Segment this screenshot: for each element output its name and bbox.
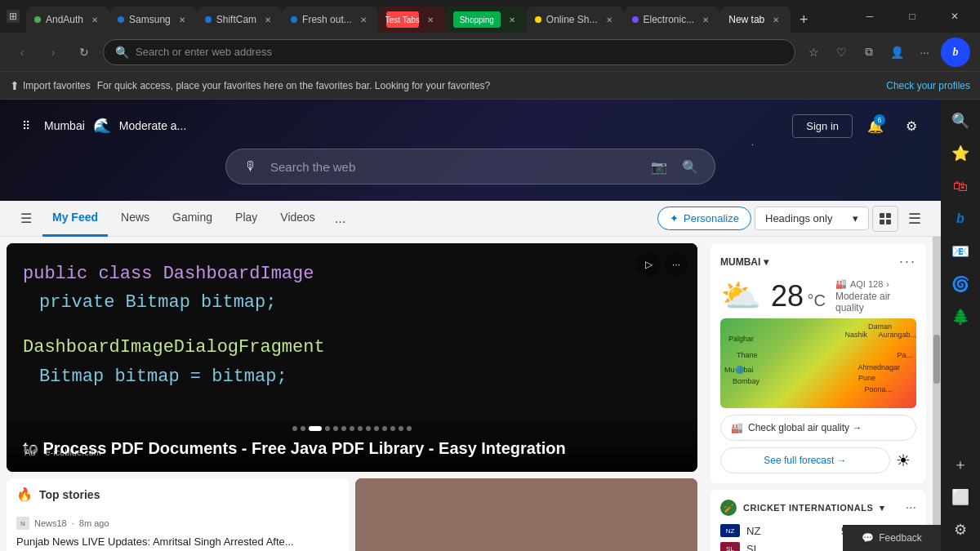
tab-shiftcam[interactable]: ShiftCam ✕ [197,7,283,33]
notifications-button[interactable]: 🔔 6 [862,113,889,139]
map-label-aurangabad: Aurangab... [878,331,916,339]
tab-testtabs[interactable]: Test Tabs ✕ [378,7,445,33]
search-submit-icon[interactable]: 🔍 [679,155,702,178]
tab-newtab[interactable]: New tab ✕ [720,7,791,33]
tab-close-shopping[interactable]: ✕ [506,13,519,26]
carousel-dot[interactable] [407,426,412,431]
sidebar-favorites-button[interactable]: ⭐ [946,139,975,168]
sidebar-expand-button[interactable]: ⬜ [946,482,975,512]
sign-in-button[interactable]: Sign in [792,114,853,138]
new-tab-button[interactable]: + [791,7,817,33]
feed-menu-button[interactable]: ☰ [13,206,39,232]
carousel-dot[interactable] [350,426,354,431]
nt-settings-button[interactable]: ⚙ [898,113,924,139]
forward-button[interactable]: › [41,40,65,64]
nt-logo: ⠿ Mumbai 🌊 Moderate a... [16,116,186,136]
tab-close-electronic[interactable]: ✕ [699,13,712,26]
carousel-dot[interactable] [358,426,363,431]
hero-title: to Process PDF Documents - Free Java PDF… [23,438,681,459]
carousel-dot[interactable] [325,426,330,431]
sidebar-bag-button[interactable]: 🛍 [946,171,975,201]
tab-close-onlinesh[interactable]: ✕ [603,13,616,26]
carousel-dot-active[interactable] [309,426,322,431]
personalize-button[interactable]: ✦ Personalize [657,207,751,230]
carousel-dot[interactable] [292,426,297,431]
settings-dots-icon[interactable]: ··· [913,41,936,64]
feed-tab-myfeed[interactable]: My Feed [42,201,108,237]
tab-freshout[interactable]: Fresh out... ✕ [283,7,378,33]
feed-tab-play[interactable]: Play [225,201,267,237]
tab-electronic[interactable]: Electronic... ✕ [624,7,721,33]
sidebar-bottom-settings-button[interactable]: ⚙ [946,515,975,544]
weather-map[interactable]: Daman Palghar Nashik Aurangab... Thane P… [720,318,916,408]
apps-grid-icon[interactable]: ⠿ [16,116,36,136]
address-input[interactable]: 🔍 Search or enter web address [103,39,795,65]
voice-search-icon[interactable]: 🎙 [239,155,262,178]
hero-article-card[interactable]: public class DashboardImage private Bitm… [7,243,697,472]
maximize-button[interactable]: □ [893,3,931,29]
headings-only-select[interactable]: Headings only ▾ [755,207,869,230]
collections-icon[interactable]: ⧉ [858,41,880,64]
story-card-image[interactable] [355,478,697,551]
minimize-button[interactable]: ─ [851,3,889,29]
carousel-dot[interactable] [366,426,371,431]
sidebar-edge-button[interactable]: 🌀 [946,269,975,299]
feed-options-button[interactable]: ☰ [902,206,928,232]
refresh-button[interactable]: ↻ [72,40,96,64]
scrollbar-track[interactable] [933,237,941,551]
location-subtitle: Moderate a... [119,119,187,132]
reading-list-icon[interactable]: ♡ [830,41,853,64]
favorites-message: For quick access, place your favorites h… [97,80,880,91]
tab-indicator [205,16,212,23]
search-input[interactable] [270,160,639,174]
tab-samsung[interactable]: Samsung ✕ [109,7,197,33]
tab-onlinesh[interactable]: Online Sh... ✕ [527,7,624,33]
tab-close-shiftcam[interactable]: ✕ [261,13,274,26]
hero-play-button[interactable]: ▷ [637,253,660,276]
scrollbar-thumb[interactable] [933,335,940,384]
carousel-dot[interactable] [390,426,395,431]
feed-tab-videos[interactable]: Videos [270,201,325,237]
location-label: Mumbai [44,119,85,132]
favorites-icon[interactable]: ☆ [802,41,825,64]
window-controls-left: ⊞ [7,10,20,23]
check-profiles-link[interactable]: Check your profiles [886,80,970,91]
search-box[interactable]: 🎙 📷 🔍 [225,149,715,184]
tab-close-andauth[interactable]: ✕ [88,13,101,26]
address-bar: ‹ › ↻ 🔍 Search or enter web address ☆ ♡ … [0,33,980,72]
sidebar-add-button[interactable]: ＋ [946,450,975,479]
hero-more-button[interactable]: ··· [665,253,688,276]
back-button[interactable]: ‹ [10,40,34,64]
tab-close-newtab[interactable]: ✕ [769,13,782,26]
app-icon-button[interactable]: ⊞ [7,10,20,23]
profile-icon[interactable]: 👤 [885,41,908,64]
carousel-dot[interactable] [374,426,379,431]
tab-indicator [291,16,297,23]
sidebar-bing-button[interactable]: b [946,204,975,233]
map-label-bombay: Bombay [733,377,760,385]
feed-tab-gaming[interactable]: Gaming [163,201,222,237]
feed-more-button[interactable]: ... [328,201,352,237]
sidebar-search-button[interactable]: 🔍 [946,106,975,136]
carousel-dot[interactable] [399,426,403,431]
feedback-bar[interactable]: 💬 Feedback [843,525,941,551]
map-label-pa: Pa... [897,351,912,359]
visual-search-icon[interactable]: 📷 [648,155,670,178]
tab-close-samsung[interactable]: ✕ [176,13,189,26]
carousel-dot[interactable] [333,426,338,431]
carousel-dot[interactable] [382,426,387,431]
map-label-poona: Poona... [864,385,892,393]
tab-andauth[interactable]: AndAuth ✕ [26,7,109,33]
tab-close-freshout[interactable]: ✕ [357,13,370,26]
grid-view-toggle[interactable] [872,206,898,232]
close-button[interactable]: ✕ [936,3,973,29]
sidebar-outlook-button[interactable]: 📧 [946,237,975,266]
bing-button[interactable]: b [941,38,970,67]
tab-close-testtabs[interactable]: ✕ [424,13,437,26]
carousel-dot[interactable] [341,426,346,431]
carousel-dot[interactable] [301,426,305,431]
tab-shopping[interactable]: Shopping ✕ [445,7,527,33]
feed-tab-news[interactable]: News [111,201,159,237]
import-favorites-button[interactable]: ⬆ Import favorites [10,79,91,92]
sidebar-collections-button[interactable]: 🌲 [946,302,975,331]
